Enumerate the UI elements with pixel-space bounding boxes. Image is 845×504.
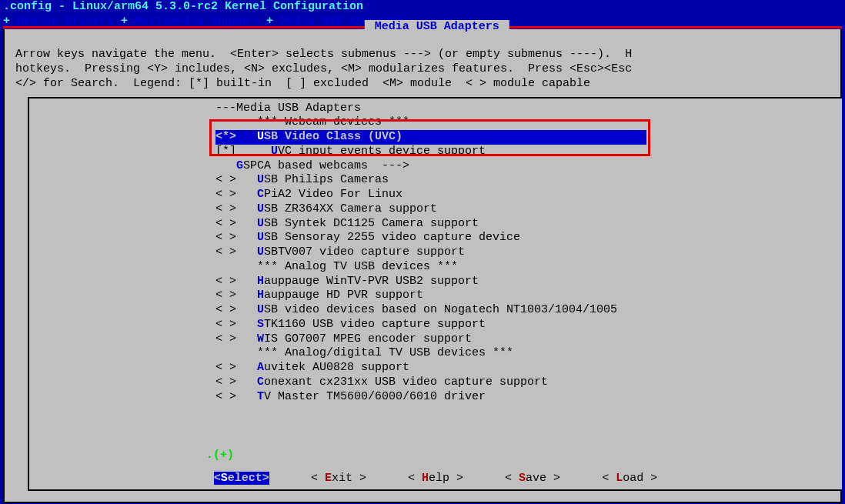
menu-item[interactable]: < > Hauppauge WinTV-PVR USB2 support <box>29 275 842 289</box>
menu-item[interactable]: < > Auvitek AU0828 support <box>29 361 842 375</box>
menu-item[interactable]: *** Webcam devices *** <box>29 115 842 130</box>
menu-item[interactable]: < > USB Philips Cameras <box>29 173 842 188</box>
menu-item[interactable]: [*] UVC input events device support <box>29 145 842 159</box>
menu-item[interactable]: < > STK1160 USB video capture support <box>29 318 842 332</box>
menu-item[interactable]: *** Analog TV USB devices *** <box>29 260 842 275</box>
menu-item[interactable]: < > CPiA2 Video For Linux <box>29 188 842 202</box>
menu-item[interactable]: < > USBTV007 video capture support <box>29 245 842 260</box>
select-button[interactable]: <Select> <box>214 472 269 485</box>
menu-item[interactable]: < > Conexant cx231xx USB video capture s… <box>29 375 842 390</box>
menu-item[interactable]: < > USB ZR364XX Camera support <box>29 202 842 217</box>
menu-box: ---Media USB Adapters *** Webcam devices… <box>28 97 842 491</box>
menu-list[interactable]: ---Media USB Adapters *** Webcam devices… <box>29 98 842 405</box>
menu-item[interactable]: < > USB Sensoray 2255 video capture devi… <box>29 231 842 245</box>
menu-item[interactable]: < > Hauppauge HD PVR support <box>29 289 842 303</box>
menu-item[interactable]: *** Analog/digital TV USB devices *** <box>29 346 842 361</box>
main-panel: Media USB Adapters Arrow keys navigate t… <box>3 29 842 503</box>
panel-title: Media USB Adapters <box>365 20 509 35</box>
more-indicator: .(+) <box>206 449 234 463</box>
button-bar: <Select> < Exit > < Help > < Save > < Lo… <box>29 472 842 486</box>
menu-item[interactable]: ---Media USB Adapters <box>29 102 842 116</box>
menu-item[interactable]: GSPCA based webcams ---> <box>29 159 842 174</box>
menu-item[interactable]: < > TV Master TM5600/6000/6010 driver <box>29 390 842 405</box>
menu-item[interactable]: <*> USB Video Class (UVC) <box>215 130 646 145</box>
help-button[interactable]: < Help > <box>408 472 463 485</box>
save-button[interactable]: < Save > <box>505 472 560 485</box>
menu-item[interactable]: < > USB video devices based on Nogatech … <box>29 303 842 318</box>
menu-item[interactable]: < > WIS GO7007 MPEG encoder support <box>29 332 842 347</box>
window-title: .config - Linux/arm64 5.3.0-rc2 Kernel C… <box>0 0 845 15</box>
help-text: Arrow keys navigate the menu. <Enter> se… <box>5 29 840 92</box>
menu-item[interactable]: < > USB Syntek DC1125 Camera support <box>29 217 842 232</box>
exit-button[interactable]: < Exit > <box>311 472 366 485</box>
load-button[interactable]: < Load > <box>602 472 657 485</box>
